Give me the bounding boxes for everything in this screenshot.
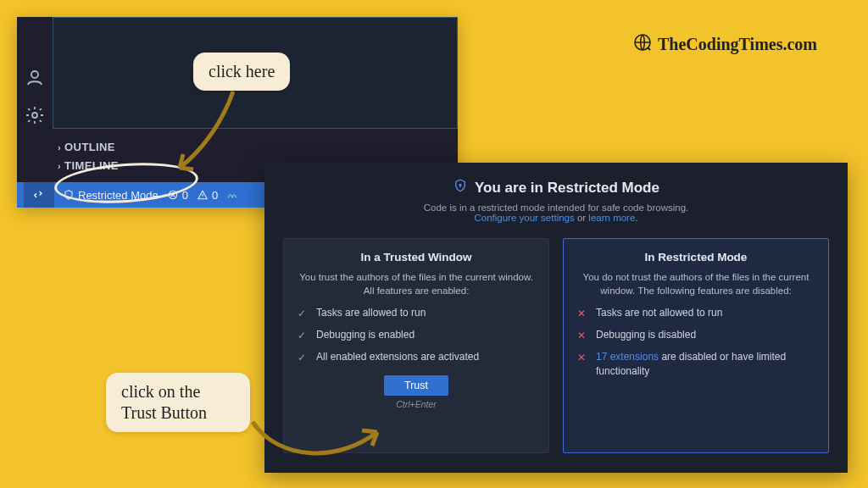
svg-point-1 <box>31 71 38 78</box>
globe-icon <box>632 32 653 57</box>
subtitle-text: Code is in a restricted mode intended fo… <box>424 202 689 213</box>
gear-icon[interactable] <box>25 105 45 129</box>
trusted-feature: ✓Tasks are allowed to run <box>298 306 535 321</box>
check-icon: ✓ <box>298 351 309 365</box>
restricted-feature: ✕17 extensions are disabled or have limi… <box>577 350 815 379</box>
site-brand: TheCodingTimes.com <box>632 32 817 57</box>
outline-label: OUTLINE <box>64 141 115 153</box>
learn-more-link[interactable]: learn more <box>588 213 635 223</box>
svg-point-2 <box>32 113 37 118</box>
cross-icon: ✕ <box>577 307 589 321</box>
trusted-title: In a Trusted Window <box>298 251 535 263</box>
errors-indicator[interactable]: 0 <box>167 189 188 202</box>
chevron-right-icon: › <box>58 161 61 171</box>
restricted-mode-dialog: You are in Restricted Mode Code is in a … <box>264 163 848 473</box>
configure-settings-link[interactable]: Configure your settings <box>474 213 574 223</box>
outline-section[interactable]: › OUTLINE <box>58 141 115 153</box>
cross-icon: ✕ <box>577 351 589 365</box>
restricted-mode-card: In Restricted Mode You do not trust the … <box>563 238 829 453</box>
restricted-mode-label: Restricted Mode <box>78 189 159 202</box>
trusted-feature: ✓Debugging is enabled <box>298 328 535 343</box>
trusted-window-card: In a Trusted Window You trust the author… <box>283 238 549 453</box>
error-count: 0 <box>182 189 188 202</box>
timeline-label: TIMELINE <box>64 159 119 172</box>
trusted-feature: ✓All enabled extensions are activated <box>298 350 535 365</box>
dialog-subtitle: Code is in a restricted mode intended fo… <box>283 202 829 223</box>
dialog-title: You are in Restricted Mode <box>453 178 659 197</box>
extensions-link[interactable]: 17 extensions <box>596 351 659 363</box>
shield-icon <box>453 178 468 197</box>
callout-click-here: click here <box>193 53 290 91</box>
restricted-mode-button[interactable]: Restricted Mode <box>63 189 159 202</box>
timeline-section[interactable]: › TIMELINE <box>58 159 119 172</box>
check-icon: ✓ <box>298 307 309 321</box>
callout-text: click on the Trust Button <box>121 382 207 422</box>
warnings-indicator[interactable]: 0 <box>197 189 218 202</box>
check-icon: ✓ <box>298 329 309 343</box>
restricted-feature: ✕Debugging is disabled <box>577 328 815 343</box>
trust-shortcut-hint: Ctrl+Enter <box>298 399 535 409</box>
trusted-lead: You trust the authors of the files in th… <box>298 270 535 297</box>
callout-text: click here <box>209 62 275 80</box>
warning-count: 0 <box>212 189 218 202</box>
activity-bar <box>17 68 53 129</box>
brand-text: TheCodingTimes.com <box>658 35 817 54</box>
dialog-title-text: You are in Restricted Mode <box>475 180 659 197</box>
cross-icon: ✕ <box>577 329 589 343</box>
restricted-lead: You do not trust the authors of the file… <box>577 270 815 297</box>
restricted-title: In Restricted Mode <box>577 251 815 263</box>
account-icon[interactable] <box>25 68 45 92</box>
remote-button[interactable] <box>24 182 54 208</box>
callout-trust-button: click on the Trust Button <box>106 373 250 432</box>
trust-button[interactable]: Trust <box>384 375 448 396</box>
restricted-feature: ✕Tasks are not allowed to run <box>577 306 815 321</box>
ports-indicator[interactable] <box>226 189 238 201</box>
chevron-right-icon: › <box>58 142 61 152</box>
svg-point-4 <box>459 184 461 186</box>
